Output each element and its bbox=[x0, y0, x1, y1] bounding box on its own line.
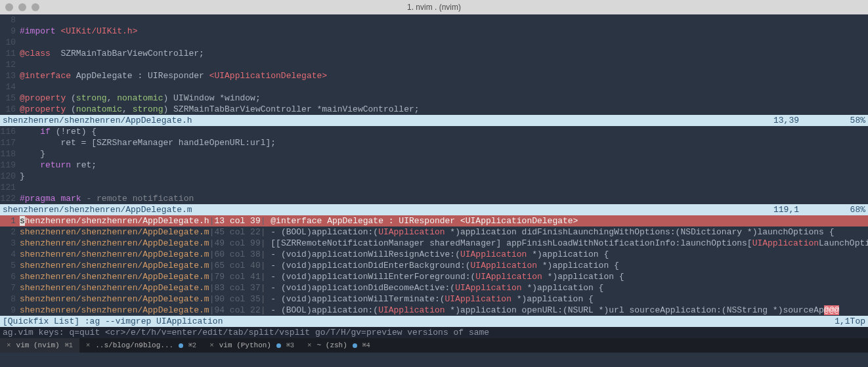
line-number: 8 bbox=[0, 14, 20, 26]
line-number: 5 bbox=[0, 260, 20, 271]
line-number: 13 bbox=[0, 70, 20, 81]
code-content bbox=[20, 59, 868, 70]
code-line[interactable]: 15@property (strong, nonatomic) UIWindow… bbox=[0, 93, 868, 104]
tab-shortcut: ⌘2 bbox=[188, 341, 196, 349]
activity-indicator-icon bbox=[179, 343, 183, 348]
quickfix-content: shenzhenren/shenzhenren/AppDelegate.m|65… bbox=[20, 260, 868, 271]
terminal-tab[interactable]: ×vim (nvim)⌘1 bbox=[0, 338, 79, 353]
tab-shortcut: ⌘1 bbox=[65, 341, 73, 349]
window-titlebar: 1. nvim . (nvim) bbox=[0, 0, 868, 14]
code-content: #pragma mark - remote notification bbox=[20, 193, 868, 204]
line-number: 3 bbox=[0, 238, 20, 249]
quickfix-item[interactable]: 6shenzhenren/shenzhenren/AppDelegate.m|7… bbox=[0, 271, 868, 282]
tab-shortcut: ⌘3 bbox=[286, 341, 294, 349]
terminal-tab[interactable]: ×vim (Python)⌘3 bbox=[203, 338, 301, 353]
line-number: 118 bbox=[0, 148, 20, 160]
status-pos: 13,39 bbox=[773, 115, 839, 126]
code-line[interactable]: 13@interface AppDelegate : UIResponder <… bbox=[0, 70, 868, 81]
code-line[interactable]: 122#pragma mark - remote notification bbox=[0, 193, 868, 204]
code-line[interactable]: 118 } bbox=[0, 148, 868, 160]
maximize-window-button[interactable] bbox=[32, 3, 39, 11]
line-number: 16 bbox=[0, 104, 20, 115]
close-icon[interactable]: × bbox=[86, 341, 91, 349]
code-line[interactable]: 116 if (!ret) { bbox=[0, 126, 868, 137]
quickfix-content: shenzhenren/shenzhenren/AppDelegate.m|60… bbox=[20, 249, 868, 260]
line-number: 119 bbox=[0, 160, 20, 171]
code-content bbox=[20, 37, 868, 48]
quickfix-item[interactable]: 9shenzhenren/shenzhenren/AppDelegate.m|9… bbox=[0, 305, 868, 316]
code-line[interactable]: 120} bbox=[0, 171, 868, 182]
status-pos: 119,1 bbox=[773, 204, 839, 215]
quickfix-item[interactable]: 5shenzhenren/shenzhenren/AppDelegate.m|6… bbox=[0, 260, 868, 271]
code-content: } bbox=[20, 171, 868, 182]
quickfix-content: shenzhenren/shenzhenren/AppDelegate.m|90… bbox=[20, 293, 868, 305]
status-path: shenzhenren/shenzhenren/AppDelegate.m bbox=[3, 204, 773, 215]
code-content bbox=[20, 14, 868, 26]
quickfix-item[interactable]: 3shenzhenren/shenzhenren/AppDelegate.m|4… bbox=[0, 238, 868, 249]
code-content: @property (strong, nonatomic) UIWindow *… bbox=[20, 93, 868, 104]
line-number: 15 bbox=[0, 93, 20, 104]
line-number: 116 bbox=[0, 126, 20, 137]
close-icon[interactable]: × bbox=[209, 341, 214, 349]
code-line[interactable]: 16@property (nonatomic, strong) SZRMainT… bbox=[0, 104, 868, 115]
quickfix-item[interactable]: 2shenzhenren/shenzhenren/AppDelegate.m|4… bbox=[0, 227, 868, 238]
terminal-tab[interactable]: ×..s/blog/n9blog...⌘2 bbox=[79, 338, 203, 353]
window-title: 1. nvim . (nvim) bbox=[407, 3, 461, 12]
quickfix-content: shenzhenren/shenzhenren/AppDelegate.m|49… bbox=[20, 238, 868, 249]
quickfix-content: shenzhenren/shenzhenren/AppDelegate.m|79… bbox=[20, 271, 868, 282]
quickfix-item[interactable]: 4shenzhenren/shenzhenren/AppDelegate.m|6… bbox=[0, 249, 868, 260]
statusbar-1: shenzhenren/shenzhenren/AppDelegate.h 13… bbox=[0, 115, 868, 126]
code-content bbox=[20, 182, 868, 193]
code-content: return ret; bbox=[20, 160, 868, 171]
minimize-window-button[interactable] bbox=[18, 3, 26, 11]
tab-label: vim (nvim) bbox=[16, 341, 60, 349]
status-pct: 58% bbox=[839, 115, 865, 126]
close-icon[interactable]: × bbox=[307, 341, 312, 349]
code-line[interactable]: 117 ret = [SZRShareManager handleOpenURL… bbox=[0, 137, 868, 148]
quickfix-item[interactable]: 7shenzhenren/shenzhenren/AppDelegate.m|8… bbox=[0, 282, 868, 293]
line-number: 10 bbox=[0, 37, 20, 48]
code-line[interactable]: 121 bbox=[0, 182, 868, 193]
quickfix-label: [Quickfix List] :ag --vimgrep UIApplicat… bbox=[3, 316, 835, 327]
close-window-button[interactable] bbox=[5, 3, 13, 11]
editor-pane-1[interactable]: 89#import <UIKit/UIKit.h>1011@class SZRM… bbox=[0, 14, 868, 115]
status-pct: 68% bbox=[839, 204, 865, 215]
code-line[interactable]: 8 bbox=[0, 14, 868, 26]
code-line[interactable]: 9#import <UIKit/UIKit.h> bbox=[0, 26, 868, 37]
code-content: @class SZRMainTabBarViewController; bbox=[20, 48, 868, 59]
quickfix-item[interactable]: 1shenzhenren/shenzhenren/AppDelegate.h|1… bbox=[0, 215, 868, 227]
code-content: @interface AppDelegate : UIResponder <UI… bbox=[20, 70, 868, 81]
activity-indicator-icon bbox=[353, 343, 357, 348]
code-content: ret = [SZRShareManager handleOpenURL:url… bbox=[20, 137, 868, 148]
editor-pane-2[interactable]: 116 if (!ret) {117 ret = [SZRShareManage… bbox=[0, 126, 868, 204]
quickfix-pane[interactable]: 1shenzhenren/shenzhenren/AppDelegate.h|1… bbox=[0, 215, 868, 316]
quickfix-content: shenzhenren/shenzhenren/AppDelegate.m|83… bbox=[20, 282, 868, 293]
line-number: 12 bbox=[0, 59, 20, 70]
line-number: 4 bbox=[0, 249, 20, 260]
line-number: 1 bbox=[0, 215, 20, 227]
quickfix-pos: 1,1 bbox=[835, 316, 850, 327]
line-number: 121 bbox=[0, 182, 20, 193]
line-number: 11 bbox=[0, 48, 20, 59]
code-line[interactable]: 12 bbox=[0, 59, 868, 70]
line-number: 117 bbox=[0, 137, 20, 148]
quickfix-content: shenzhenren/shenzhenren/AppDelegate.h|13… bbox=[20, 215, 868, 227]
code-line[interactable]: 14 bbox=[0, 81, 868, 93]
quickfix-item[interactable]: 8shenzhenren/shenzhenren/AppDelegate.m|9… bbox=[0, 293, 868, 305]
tab-shortcut: ⌘4 bbox=[362, 341, 370, 349]
line-number: 2 bbox=[0, 227, 20, 238]
code-content: @property (nonatomic, strong) SZRMainTab… bbox=[20, 104, 868, 115]
tab-label: ..s/blog/n9blog... bbox=[95, 341, 173, 349]
line-number: 14 bbox=[0, 81, 20, 93]
code-line[interactable]: 119 return ret; bbox=[0, 160, 868, 171]
code-line[interactable]: 11@class SZRMainTabBarViewController; bbox=[0, 48, 868, 59]
statusbar-2: shenzhenren/shenzhenren/AppDelegate.m 11… bbox=[0, 204, 868, 215]
close-icon[interactable]: × bbox=[7, 341, 11, 349]
line-number: 120 bbox=[0, 171, 20, 182]
terminal-tab[interactable]: ×~ (zsh)⌘4 bbox=[301, 338, 377, 353]
traffic-lights bbox=[5, 3, 39, 11]
code-line[interactable]: 10 bbox=[0, 37, 868, 48]
line-number: 6 bbox=[0, 271, 20, 282]
help-line: ag.vim keys: q=quit <cr>/e/t/h/v=enter/e… bbox=[0, 327, 868, 338]
quickfix-content: shenzhenren/shenzhenren/AppDelegate.m|94… bbox=[20, 305, 868, 316]
